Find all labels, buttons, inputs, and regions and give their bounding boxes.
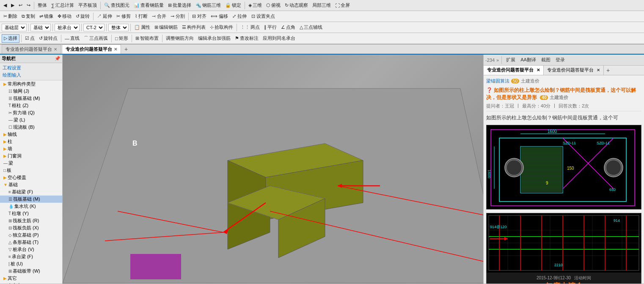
- undo-btn[interactable]: ↩: [17, 1, 24, 10]
- expand-btn[interactable]: 扩展: [504, 56, 517, 63]
- sidebar-tree-item[interactable]: ▶其它: [0, 275, 62, 282]
- trim-btn[interactable]: ✂ 修剪: [115, 12, 132, 21]
- apply-same-name-btn[interactable]: 应用到同名承台: [261, 34, 297, 43]
- break-btn[interactable]: ⌇ 打断: [133, 12, 149, 21]
- sidebar-tree-item[interactable]: ☰筏板基础 (M): [0, 196, 62, 203]
- sidebar-tree-item[interactable]: ▼基础: [0, 181, 62, 188]
- sidebar-tree-item[interactable]: □板: [0, 167, 62, 174]
- sidebar-tree-item[interactable]: ☐现浇板 (B): [0, 124, 62, 131]
- split-btn[interactable]: ⊸ 分割: [169, 12, 187, 21]
- two-points-btn[interactable]: ⋮⋮ 两点: [239, 23, 261, 32]
- 3d-btn[interactable]: ◈ 三维: [247, 1, 264, 10]
- pick-member-btn[interactable]: ⊹ 拾取构件: [208, 23, 235, 32]
- three-point-aux-btn[interactable]: △ 三点辅线: [298, 23, 324, 32]
- project-settings-link[interactable]: 工程设置: [3, 65, 60, 71]
- login-btn[interactable]: 登录: [554, 56, 567, 63]
- sidebar-tree-item[interactable]: ▶门窗洞: [0, 152, 62, 160]
- rect-btn[interactable]: □ 矩形: [113, 34, 130, 43]
- view-rebar-btn[interactable]: 📊 查看钢筋量: [132, 1, 165, 10]
- stretch-btn[interactable]: ⤢ 拉伸: [231, 12, 248, 21]
- nav-forward-btn[interactable]: ▶: [9, 1, 16, 10]
- sidebar-tree-item[interactable]: ▶常用构件类型: [0, 80, 62, 88]
- level-board-btn[interactable]: 平齐板顶: [77, 1, 99, 10]
- sum-btn[interactable]: ∑ 汇总计算: [50, 1, 76, 10]
- sidebar-tree-item[interactable]: ⊞基础板带 (W): [0, 267, 62, 275]
- sidebar-tree-item[interactable]: ▽桩承台 (V): [0, 246, 62, 253]
- tab-2-close[interactable]: ✕: [114, 47, 117, 52]
- local-3d-btn[interactable]: 局部三维: [311, 1, 333, 10]
- drawing-input-link[interactable]: 绘图输入: [3, 72, 60, 78]
- sidebar-tree-item[interactable]: ▶轴线: [0, 131, 62, 138]
- delete-btn[interactable]: ✂ 删除: [2, 12, 19, 21]
- rebar-3d-btn[interactable]: 🔩 钢筋三维: [194, 1, 223, 10]
- sidebar-tree-item[interactable]: ☰筏板基础 (M): [0, 95, 62, 102]
- tab-1[interactable]: 专业造价问题答疑平台 ✕: [2, 44, 61, 54]
- merge-btn[interactable]: ⤙ 合并: [150, 12, 168, 21]
- sidebar-tree-item[interactable]: —梁 (L): [0, 116, 62, 124]
- find-element-btn[interactable]: 🔍 查找图元: [102, 1, 131, 10]
- adjust-direction-btn[interactable]: 调整钢筋方向: [164, 34, 195, 43]
- fullscreen-btn[interactable]: ⛶ 全屏: [333, 1, 352, 10]
- breadcrumb-link[interactable]: 梁锚固算法: [486, 78, 509, 84]
- tab-add-btn[interactable]: +: [122, 44, 130, 54]
- edit-bearing-btn[interactable]: 编辑承台加强筋: [196, 34, 232, 43]
- select-btn[interactable]: ▷ 选择: [2, 34, 19, 43]
- offset-btn[interactable]: ⟺ 偏移: [209, 12, 230, 21]
- angle-point-btn[interactable]: ∠ 点角: [279, 23, 297, 32]
- tab-1-close[interactable]: ✕: [54, 47, 57, 52]
- right-tab-1[interactable]: 专业造价问题答疑平台 ✕: [484, 66, 544, 75]
- lock-btn[interactable]: 🔒 锁定: [223, 1, 243, 10]
- extend-btn[interactable]: ↗ 延伸: [95, 12, 114, 21]
- nav-back-btn[interactable]: ◀: [2, 1, 8, 10]
- sidebar-tree-item[interactable]: △条形基础 (T): [0, 239, 62, 246]
- line-btn[interactable]: — 直线: [63, 34, 81, 43]
- check-markers-btn[interactable]: ⚑ 查改标注: [233, 34, 260, 43]
- point-btn[interactable]: ☑ 点: [23, 34, 36, 43]
- sidebar-tree-item[interactable]: T框柱 (Z): [0, 102, 62, 109]
- viewport-area[interactable]: B Z: [63, 55, 483, 284]
- right-tab-1-close[interactable]: ✕: [537, 68, 540, 72]
- sidebar-tree-item[interactable]: ⊞筏板主筋 (R): [0, 217, 62, 224]
- dynamic-view-btn[interactable]: ↻ 动态观察: [283, 1, 310, 10]
- edit-rebar-btn[interactable]: ⊞ 编辑钢筋: [153, 23, 179, 32]
- member-type-select[interactable]: 基础: [30, 24, 51, 31]
- sidebar-tree-item[interactable]: 💧集水坑 (K): [0, 203, 62, 210]
- mirror-btn[interactable]: ⇌ 镜像: [38, 12, 55, 21]
- sidebar-tree-item[interactable]: ⊟筏板负筋 (X): [0, 224, 62, 232]
- sidebar-tree-item[interactable]: T柱墩 (Y): [0, 210, 62, 217]
- sidebar-tree-item[interactable]: |桩 (U): [0, 260, 62, 267]
- right-tab-2-close[interactable]: ✕: [597, 68, 600, 72]
- translate-btn[interactable]: AA翻译: [519, 56, 538, 63]
- right-tab-2[interactable]: 专业造价问题答疑平台 ✕: [544, 66, 604, 75]
- smart-layout-btn[interactable]: ⊞ 智能布置: [134, 34, 160, 43]
- sidebar-tree-item[interactable]: ☷轴网 (J): [0, 88, 62, 95]
- sidebar-tree-item[interactable]: ▶空心楼盖: [0, 174, 62, 181]
- pile-cap-select[interactable]: 桩承台: [55, 24, 80, 31]
- batch-select-btn[interactable]: ⊞ 批量选择: [166, 1, 193, 10]
- define-btn[interactable]: 整体: [36, 1, 49, 10]
- sidebar-pin[interactable]: 📌: [55, 56, 61, 61]
- parallel-btn[interactable]: ∥ 平行: [262, 23, 278, 32]
- screenshot-btn[interactable]: 截图: [539, 56, 552, 63]
- properties-btn[interactable]: 📋 属性: [132, 23, 152, 32]
- sidebar-tree-item[interactable]: ≡基础梁 (F): [0, 188, 62, 196]
- ct-type-select[interactable]: CT-2: [83, 24, 105, 31]
- rotate-btn[interactable]: ↺ 旋转: [74, 12, 91, 21]
- sidebar-tree-item[interactable]: ✂剪力墙 (Q): [0, 109, 62, 116]
- rotate-point-btn[interactable]: ↺ 旋转点: [37, 34, 59, 43]
- sidebar-tree-item[interactable]: ≡承台梁 (F): [0, 253, 62, 260]
- top-view-btn[interactable]: ⬡ 俯视: [264, 1, 282, 10]
- sidebar-tree-item[interactable]: —梁: [0, 160, 62, 167]
- tab-2[interactable]: 专业造价问题答疑平台 ✕: [62, 44, 121, 54]
- sidebar-tree-item[interactable]: ◇独立基础 (P): [0, 232, 62, 239]
- sidebar-tree-item[interactable]: ▶自定义: [0, 282, 62, 284]
- align-btn[interactable]: ⊟ 对齐: [190, 12, 208, 21]
- sidebar-tree-item[interactable]: ▶柱: [0, 138, 62, 145]
- promo-banner[interactable]: 2015-12-9到12-30 活动时间 年度大清仓: [487, 273, 641, 284]
- move-btn[interactable]: ✥ 移动: [56, 12, 73, 21]
- sidebar-tree-item[interactable]: ▶墙: [0, 145, 62, 152]
- member-list-btn[interactable]: ☰ 构件列表: [180, 23, 207, 32]
- redo-btn[interactable]: ↪: [25, 1, 32, 10]
- grip-btn[interactable]: ⊡ 设置夹点: [250, 12, 277, 21]
- floor-select[interactable]: 基础层: [2, 24, 27, 31]
